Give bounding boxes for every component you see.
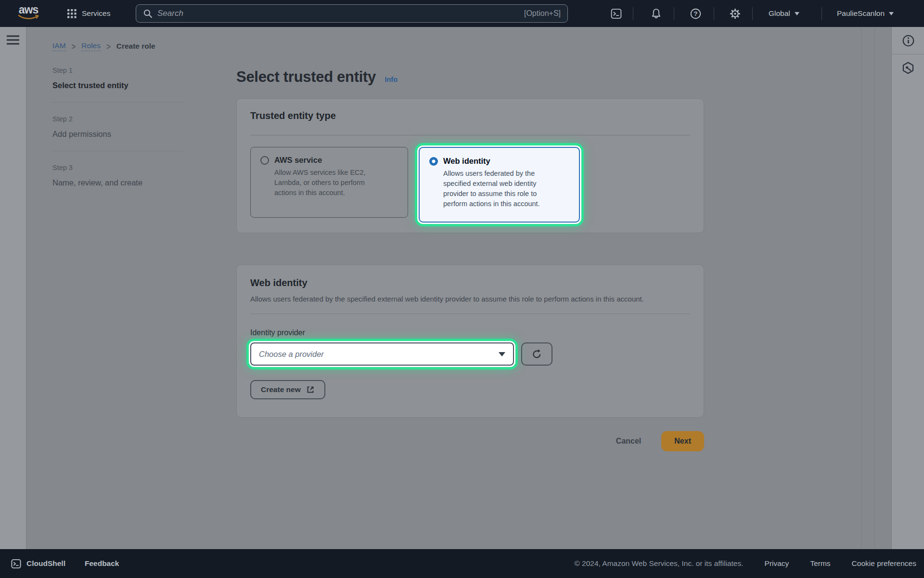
option-aws-service[interactable]: AWS service Allow AWS services like EC2,… bbox=[250, 147, 408, 218]
wizard-step-2: Step 2 Add permissions bbox=[52, 114, 184, 139]
settings-button[interactable] bbox=[728, 0, 742, 27]
account-label: PaulieScanlon bbox=[837, 9, 885, 18]
option-web-identity[interactable]: Web identity Allows users federated by t… bbox=[419, 147, 580, 223]
radio-unselected-icon[interactable] bbox=[260, 156, 269, 165]
refresh-providers-button[interactable] bbox=[521, 342, 552, 366]
navbar-divider bbox=[674, 7, 674, 20]
caret-down-icon bbox=[889, 12, 894, 15]
search-shortcut: [Option+S] bbox=[524, 9, 561, 18]
hamburger-icon bbox=[6, 34, 20, 46]
left-nav-strip bbox=[0, 27, 26, 549]
page-header: Select trusted entity Info bbox=[236, 68, 704, 86]
terminal-icon bbox=[11, 558, 22, 569]
services-grid-icon bbox=[67, 9, 77, 18]
terminal-icon bbox=[610, 8, 622, 20]
wizard-steps: Step 1 Select trusted entity Step 2 Add … bbox=[52, 66, 184, 188]
web-identity-title: Web identity bbox=[250, 277, 690, 289]
wizard-main-column: Select trusted entity Info Trusted entit… bbox=[236, 68, 704, 451]
cookie-preferences-link[interactable]: Cookie preferences bbox=[852, 559, 916, 568]
services-label: Services bbox=[82, 9, 110, 18]
step-divider bbox=[52, 102, 184, 103]
breadcrumb-link-iam[interactable]: IAM bbox=[52, 41, 66, 51]
main-content: IAM > Roles > Create role Step 1 Select … bbox=[27, 27, 891, 549]
question-icon: ? bbox=[690, 8, 702, 20]
option-description: Allows users federated by the specified … bbox=[443, 169, 556, 209]
info-link[interactable]: Info bbox=[385, 76, 398, 83]
identity-provider-label: Identity provider bbox=[250, 328, 690, 337]
caret-down-icon bbox=[795, 12, 799, 15]
navbar-divider bbox=[714, 7, 714, 20]
card-header: Trusted entity type bbox=[237, 99, 704, 135]
info-icon bbox=[902, 34, 915, 47]
cloudshell-label: CloudShell bbox=[26, 559, 65, 568]
web-identity-card: Web identity Allows users federated by t… bbox=[236, 264, 704, 418]
top-navbar: aws Services Search [Option+S] bbox=[0, 0, 924, 27]
radio-selected-icon[interactable] bbox=[429, 157, 438, 166]
navbar-divider bbox=[821, 7, 822, 20]
create-new-provider-button[interactable]: Create new bbox=[250, 380, 325, 399]
option-title: AWS service bbox=[274, 156, 322, 165]
option-description: Allow AWS services like EC2, Lambda, or … bbox=[274, 168, 379, 198]
aws-logo-text: aws bbox=[14, 4, 42, 15]
cloudshell-button[interactable] bbox=[609, 0, 623, 27]
gear-icon bbox=[729, 8, 741, 20]
wizard-step-1: Step 1 Select trusted entity bbox=[52, 66, 184, 91]
cloudshell-footer-button[interactable]: CloudShell bbox=[11, 558, 65, 569]
create-new-label: Create new bbox=[261, 385, 301, 394]
page-title: Select trusted entity bbox=[236, 68, 376, 85]
next-button[interactable]: Next bbox=[661, 431, 704, 451]
step-label: Step 1 bbox=[52, 66, 184, 75]
select-caret-icon bbox=[499, 352, 505, 356]
copyright-text: © 2024, Amazon Web Services, Inc. or its… bbox=[574, 559, 743, 568]
resources-panel-button[interactable] bbox=[892, 54, 924, 81]
refresh-icon bbox=[531, 349, 542, 360]
privacy-link[interactable]: Privacy bbox=[765, 559, 789, 568]
right-tools-strip bbox=[891, 27, 924, 549]
feedback-button[interactable]: Feedback bbox=[85, 559, 119, 568]
trusted-entity-type-card: Trusted entity type AWS service Allow AW… bbox=[236, 98, 704, 233]
scrollbar-track[interactable] bbox=[861, 27, 861, 549]
services-menu[interactable]: Services bbox=[67, 0, 110, 27]
search-icon bbox=[143, 9, 153, 18]
option-title: Web identity bbox=[443, 157, 490, 166]
navbar-divider bbox=[633, 7, 633, 20]
console-footer: CloudShell Feedback © 2024, Amazon Web S… bbox=[0, 549, 924, 578]
step-title: Add permissions bbox=[52, 129, 184, 139]
terms-link[interactable]: Terms bbox=[810, 559, 830, 568]
section-divider bbox=[250, 314, 690, 314]
feedback-label: Feedback bbox=[85, 559, 119, 568]
identity-provider-select[interactable]: Choose a provider bbox=[250, 342, 514, 366]
account-menu[interactable]: PaulieScanlon bbox=[837, 0, 894, 27]
step-label: Step 2 bbox=[52, 114, 184, 124]
wizard-actions: Cancel Next bbox=[236, 431, 704, 451]
breadcrumb-separator: > bbox=[106, 41, 111, 51]
footer-links: © 2024, Amazon Web Services, Inc. or its… bbox=[574, 559, 916, 568]
hexagon-resource-icon bbox=[901, 61, 915, 75]
svg-text:?: ? bbox=[693, 10, 697, 17]
step-divider bbox=[52, 151, 184, 151]
scrollbar-track[interactable] bbox=[874, 27, 875, 549]
notifications-button[interactable] bbox=[649, 0, 663, 27]
breadcrumb-current: Create role bbox=[116, 42, 155, 51]
search-input[interactable]: Search [Option+S] bbox=[136, 4, 568, 23]
step-label: Step 3 bbox=[52, 163, 184, 172]
breadcrumb: IAM > Roles > Create role bbox=[52, 41, 155, 51]
breadcrumb-link-roles[interactable]: Roles bbox=[81, 41, 101, 51]
info-panel-button[interactable] bbox=[892, 27, 924, 54]
entity-options-row: AWS service Allow AWS services like EC2,… bbox=[237, 135, 704, 223]
breadcrumb-separator: > bbox=[72, 41, 76, 51]
cancel-button[interactable]: Cancel bbox=[616, 437, 641, 446]
help-button[interactable]: ? bbox=[688, 0, 703, 27]
step-title: Name, review, and create bbox=[52, 177, 184, 188]
navbar-divider bbox=[752, 7, 753, 20]
external-link-icon bbox=[306, 385, 315, 394]
identity-provider-row: Choose a provider bbox=[250, 342, 690, 366]
region-selector[interactable]: Global bbox=[769, 0, 799, 27]
aws-logo[interactable]: aws bbox=[14, 4, 42, 20]
bell-icon bbox=[650, 8, 662, 20]
open-sidebar-button[interactable] bbox=[6, 34, 20, 48]
search-placeholder: Search bbox=[157, 9, 519, 18]
region-label: Global bbox=[769, 9, 790, 18]
web-identity-description: Allows users federated by the specified … bbox=[250, 294, 670, 304]
step-title-current: Select trusted entity bbox=[52, 80, 184, 91]
